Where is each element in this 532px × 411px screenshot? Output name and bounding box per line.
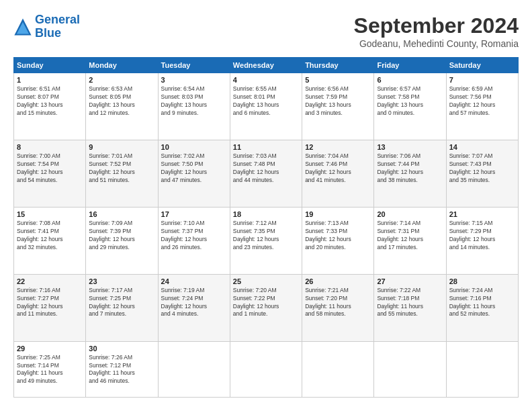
calendar-cell: 8Sunrise: 7:00 AM Sunset: 7:54 PM Daylig… [14,140,86,207]
day-number: 20 [377,210,443,218]
day-info: Sunrise: 6:54 AM Sunset: 8:03 PM Dayligh… [161,85,227,118]
day-info: Sunrise: 7:19 AM Sunset: 7:24 PM Dayligh… [161,287,227,319]
calendar-cell: 6Sunrise: 6:57 AM Sunset: 7:58 PM Daylig… [374,73,446,140]
calendar-cell [230,341,302,397]
calendar-cell: 1Sunrise: 6:51 AM Sunset: 8:07 PM Daylig… [14,73,86,140]
calendar-cell: 2Sunrise: 6:53 AM Sunset: 8:05 PM Daylig… [86,73,158,140]
calendar-cell [446,341,518,397]
day-number: 1 [17,76,83,84]
page: General Blue September 2024 Godeanu, Meh… [0,0,532,411]
calendar-cell: 21Sunrise: 7:15 AM Sunset: 7:29 PM Dayli… [446,207,518,274]
day-info: Sunrise: 7:07 AM Sunset: 7:43 PM Dayligh… [449,152,515,185]
day-info: Sunrise: 7:25 AM Sunset: 7:14 PM Dayligh… [17,354,83,386]
calendar-cell: 4Sunrise: 6:55 AM Sunset: 8:01 PM Daylig… [230,73,302,140]
calendar-cell: 18Sunrise: 7:12 AM Sunset: 7:35 PM Dayli… [230,207,302,274]
calendar-table: SundayMondayTuesdayWednesdayThursdayFrid… [13,57,519,398]
subtitle: Godeanu, Mehedinti County, Romania [354,38,519,49]
day-info: Sunrise: 7:12 AM Sunset: 7:35 PM Dayligh… [233,220,299,252]
calendar-cell: 28Sunrise: 7:24 AM Sunset: 7:16 PM Dayli… [446,274,518,341]
day-info: Sunrise: 7:10 AM Sunset: 7:37 PM Dayligh… [161,220,227,252]
day-info: Sunrise: 7:00 AM Sunset: 7:54 PM Dayligh… [17,152,83,185]
day-info: Sunrise: 7:14 AM Sunset: 7:31 PM Dayligh… [377,220,443,252]
logo-text: General Blue [35,13,80,40]
calendar-cell: 30Sunrise: 7:26 AM Sunset: 7:12 PM Dayli… [86,341,158,397]
day-number: 8 [17,143,83,151]
day-number: 17 [161,210,227,218]
day-info: Sunrise: 7:01 AM Sunset: 7:52 PM Dayligh… [89,152,154,185]
header: General Blue September 2024 Godeanu, Meh… [13,13,519,49]
day-info: Sunrise: 7:06 AM Sunset: 7:44 PM Dayligh… [377,152,443,185]
calendar-cell: 12Sunrise: 7:04 AM Sunset: 7:46 PM Dayli… [302,140,374,207]
day-info: Sunrise: 7:24 AM Sunset: 7:16 PM Dayligh… [449,287,515,319]
day-number: 2 [89,76,154,84]
calendar-cell: 5Sunrise: 6:56 AM Sunset: 7:59 PM Daylig… [302,73,374,140]
calendar-cell: 17Sunrise: 7:10 AM Sunset: 7:37 PM Dayli… [158,207,230,274]
day-info: Sunrise: 7:26 AM Sunset: 7:12 PM Dayligh… [89,354,154,386]
logo-icon [13,17,32,36]
calendar-cell: 7Sunrise: 6:59 AM Sunset: 7:56 PM Daylig… [446,73,518,140]
day-info: Sunrise: 7:15 AM Sunset: 7:29 PM Dayligh… [449,220,515,252]
calendar-cell: 3Sunrise: 6:54 AM Sunset: 8:03 PM Daylig… [158,73,230,140]
day-number: 5 [305,76,371,84]
day-header-wednesday: Wednesday [230,58,302,73]
day-info: Sunrise: 7:13 AM Sunset: 7:33 PM Dayligh… [305,220,371,252]
day-header-saturday: Saturday [446,58,518,73]
day-info: Sunrise: 7:20 AM Sunset: 7:22 PM Dayligh… [233,287,299,319]
logo: General Blue [13,13,80,40]
calendar-cell [158,341,230,397]
day-number: 30 [89,345,154,353]
day-header-friday: Friday [374,58,446,73]
day-number: 18 [233,210,299,218]
calendar-cell: 27Sunrise: 7:22 AM Sunset: 7:18 PM Dayli… [374,274,446,341]
calendar-cell: 20Sunrise: 7:14 AM Sunset: 7:31 PM Dayli… [374,207,446,274]
day-number: 9 [89,143,154,151]
logo-line2: Blue [35,26,61,40]
day-header-thursday: Thursday [302,58,374,73]
day-number: 29 [17,345,83,353]
day-info: Sunrise: 7:02 AM Sunset: 7:50 PM Dayligh… [161,152,227,185]
day-number: 11 [233,143,299,151]
day-number: 25 [233,277,299,285]
day-info: Sunrise: 7:04 AM Sunset: 7:46 PM Dayligh… [305,152,371,185]
calendar-cell: 15Sunrise: 7:08 AM Sunset: 7:41 PM Dayli… [14,207,86,274]
day-number: 3 [161,76,227,84]
day-number: 6 [377,76,443,84]
day-info: Sunrise: 6:56 AM Sunset: 7:59 PM Dayligh… [305,85,371,118]
calendar-cell: 22Sunrise: 7:16 AM Sunset: 7:27 PM Dayli… [14,274,86,341]
day-info: Sunrise: 6:53 AM Sunset: 8:05 PM Dayligh… [89,85,154,118]
day-header-tuesday: Tuesday [158,58,230,73]
calendar-cell: 10Sunrise: 7:02 AM Sunset: 7:50 PM Dayli… [158,140,230,207]
day-number: 14 [449,143,515,151]
day-info: Sunrise: 6:57 AM Sunset: 7:58 PM Dayligh… [377,85,443,118]
title-block: September 2024 Godeanu, Mehedinti County… [354,13,519,49]
day-number: 21 [449,210,515,218]
day-number: 15 [17,210,83,218]
logo-line1: General [35,13,80,26]
calendar-cell: 16Sunrise: 7:09 AM Sunset: 7:39 PM Dayli… [86,207,158,274]
day-number: 16 [89,210,154,218]
day-info: Sunrise: 6:59 AM Sunset: 7:56 PM Dayligh… [449,85,515,118]
day-number: 24 [161,277,227,285]
day-info: Sunrise: 6:51 AM Sunset: 8:07 PM Dayligh… [17,85,83,118]
day-number: 7 [449,76,515,84]
calendar-cell: 13Sunrise: 7:06 AM Sunset: 7:44 PM Dayli… [374,140,446,207]
calendar-cell: 24Sunrise: 7:19 AM Sunset: 7:24 PM Dayli… [158,274,230,341]
day-header-sunday: Sunday [14,58,86,73]
day-info: Sunrise: 6:55 AM Sunset: 8:01 PM Dayligh… [233,85,299,118]
calendar-cell [302,341,374,397]
calendar-cell: 29Sunrise: 7:25 AM Sunset: 7:14 PM Dayli… [14,341,86,397]
day-number: 13 [377,143,443,151]
day-number: 19 [305,210,371,218]
day-info: Sunrise: 7:08 AM Sunset: 7:41 PM Dayligh… [17,220,83,252]
day-info: Sunrise: 7:21 AM Sunset: 7:20 PM Dayligh… [305,287,371,319]
day-info: Sunrise: 7:17 AM Sunset: 7:25 PM Dayligh… [89,287,154,319]
calendar-cell: 23Sunrise: 7:17 AM Sunset: 7:25 PM Dayli… [86,274,158,341]
day-number: 12 [305,143,371,151]
calendar-cell [374,341,446,397]
calendar-cell: 19Sunrise: 7:13 AM Sunset: 7:33 PM Dayli… [302,207,374,274]
day-number: 22 [17,277,83,285]
day-header-monday: Monday [86,58,158,73]
day-number: 27 [377,277,443,285]
day-info: Sunrise: 7:09 AM Sunset: 7:39 PM Dayligh… [89,220,154,252]
calendar-cell: 9Sunrise: 7:01 AM Sunset: 7:52 PM Daylig… [86,140,158,207]
